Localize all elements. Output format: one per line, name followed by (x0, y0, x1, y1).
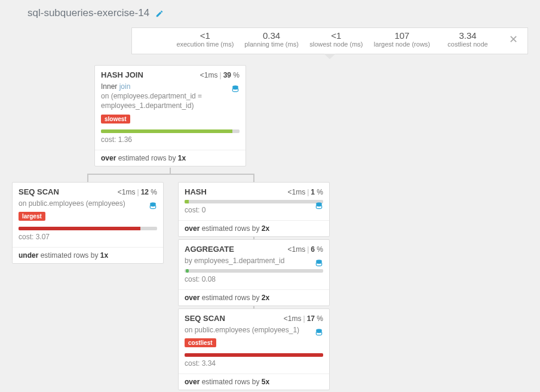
row-estimate: over estimated rows by 5x (179, 374, 329, 390)
stats-bar: <1 execution time (ms) 0.34 planning tim… (131, 27, 528, 54)
node-seq-scan-employees[interactable]: SEQ SCAN <1ms|12 % on public.employees (… (12, 182, 164, 264)
stat-costliest-node: 3.34 costliest node (441, 30, 495, 48)
cost-text: cost: 0.08 (185, 275, 323, 283)
row-estimate: over estimated rows by 2x (179, 289, 329, 305)
database-icon (231, 84, 240, 93)
progress-bar (101, 129, 240, 133)
cost-text: cost: 3.34 (185, 359, 323, 368)
node-metrics: <1ms|1 % (287, 188, 323, 196)
close-icon[interactable]: ✕ (505, 33, 521, 46)
node-aggregate[interactable]: AGGREGATE <1ms|6 % by employees_1.depart… (178, 239, 330, 306)
node-metrics: <1ms|17 % (284, 314, 323, 323)
tag-costliest: costliest (185, 338, 216, 347)
progress-bar (185, 353, 323, 357)
node-hash[interactable]: HASH <1ms|1 % cost: 0 over estimated row… (178, 182, 330, 237)
database-icon (315, 258, 323, 267)
node-title: HASH JOIN (101, 70, 143, 79)
node-seq-scan-employees-1[interactable]: SEQ SCAN <1ms|17 % on public.employees (… (178, 308, 330, 390)
page-title: sql-subqueries-exercise-14 (27, 7, 149, 19)
tag-largest: largest (19, 212, 45, 221)
tag-slowest: slowest (101, 115, 130, 124)
stat-largest-node: 107 largest node (rows) (374, 30, 430, 48)
row-estimate: over estimated rows by 2x (179, 220, 329, 236)
tree-connector (87, 174, 88, 182)
cost-text: cost: 0 (185, 206, 323, 214)
node-metrics: <1ms|39 % (200, 71, 240, 79)
node-metrics: <1ms|12 % (118, 188, 157, 196)
database-icon (149, 200, 157, 210)
stat-planning-time: 0.34 planning time (ms) (244, 30, 298, 48)
node-title: SEQ SCAN (19, 187, 59, 196)
node-title: SEQ SCAN (185, 314, 225, 323)
stat-exec-time: <1 execution time (ms) (176, 30, 234, 48)
stat-slowest-node: <1 slowest node (ms) (309, 30, 363, 48)
node-hash-join[interactable]: HASH JOIN <1ms|39 % Inner join on (emplo… (94, 65, 246, 166)
row-estimate: under estimated rows by 1x (13, 247, 163, 263)
progress-bar (185, 269, 323, 273)
cost-text: cost: 3.07 (19, 233, 157, 241)
pencil-icon[interactable] (155, 8, 164, 18)
tree-connector (253, 174, 254, 182)
row-estimate: over estimated rows by 1x (95, 150, 246, 166)
node-title: HASH (185, 187, 207, 196)
database-icon (315, 327, 323, 337)
database-icon (315, 200, 323, 210)
tree-connector (87, 174, 254, 175)
progress-bar (185, 200, 323, 203)
node-metrics: <1ms|6 % (287, 245, 323, 254)
plan-tree: HASH JOIN <1ms|39 % Inner join on (emplo… (12, 65, 528, 387)
cost-text: cost: 1.36 (101, 135, 240, 144)
progress-bar (19, 227, 157, 230)
node-title: AGGREGATE (185, 245, 234, 254)
